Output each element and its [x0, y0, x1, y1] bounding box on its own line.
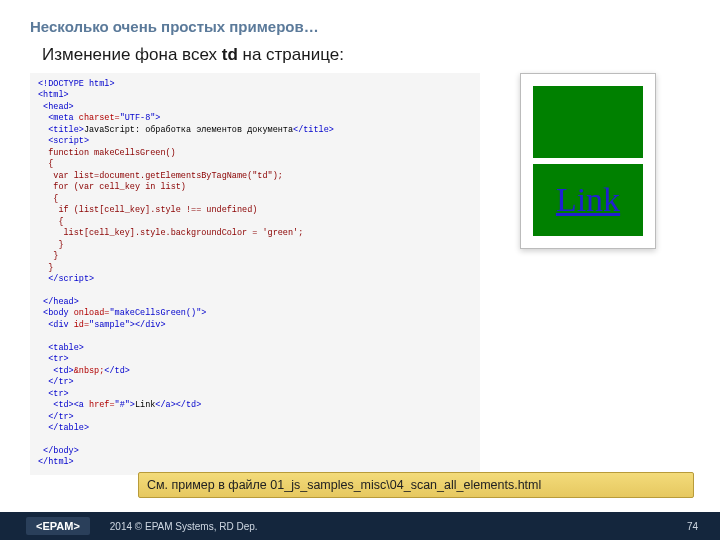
preview-link[interactable]: Link: [556, 181, 620, 219]
page-number: 74: [687, 521, 698, 532]
note-box: См. пример в файле 01_js_samples_misc\04…: [138, 472, 694, 498]
slide-title: Несколько очень простых примеров…: [30, 18, 690, 35]
subtitle-bold: td: [222, 45, 238, 64]
green-cell-empty: [533, 86, 643, 158]
code-block: <!DOCTYPE html> <html> <head> <meta char…: [30, 73, 480, 475]
green-cell-link: Link: [533, 164, 643, 236]
output-preview: Link: [520, 73, 656, 249]
footer-copyright: 2014 © EPAM Systems, RD Dep.: [110, 521, 258, 532]
subtitle-post: на странице:: [238, 45, 344, 64]
footer-logo: <EPAM>: [26, 517, 90, 535]
subtitle-pre: Изменение фона всех: [42, 45, 222, 64]
subtitle: Изменение фона всех td на странице:: [42, 45, 690, 65]
footer: <EPAM> 2014 © EPAM Systems, RD Dep. 74: [0, 512, 720, 540]
